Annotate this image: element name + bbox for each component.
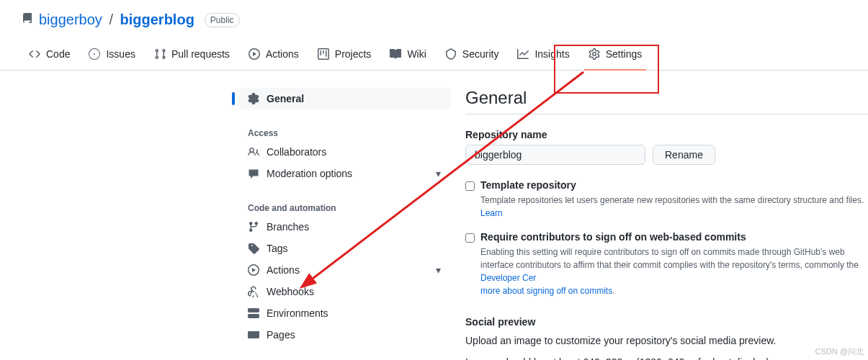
social-desc-2: Images should be at least 640×320px (128… [465, 356, 868, 360]
sidebar-item-label: Tags [267, 243, 288, 254]
social-desc-1: Upload an image to customize your reposi… [465, 335, 868, 346]
sidebar-header-automation: Code and automation [238, 197, 451, 216]
tab-security[interactable]: Security [438, 42, 506, 70]
sidebar-item-label: Webhooks [267, 286, 314, 297]
chevron-down-icon: ▾ [436, 264, 441, 276]
tab-wiki[interactable]: Wiki [382, 42, 433, 70]
sidebar-item-label: Environments [267, 307, 328, 319]
sidebar-header-access: Access [238, 122, 451, 141]
tab-code[interactable]: Code [22, 42, 77, 70]
sidebar-item-general[interactable]: General [238, 88, 451, 109]
signoff-learn-link[interactable]: more about signing off on commits [480, 286, 612, 296]
tab-insights[interactable]: Insights [510, 42, 576, 70]
template-label: Template repository [480, 179, 576, 191]
sidebar-item-webhooks[interactable]: Webhooks [238, 281, 451, 302]
sidebar-item-environments[interactable]: Environments [238, 302, 451, 324]
sidebar-item-pages[interactable]: Pages [238, 324, 451, 346]
repo-name-link[interactable]: biggerblog [120, 12, 194, 27]
repo-nav: Code Issues Pull requests Actions Projec… [0, 28, 868, 71]
developer-cert-link[interactable]: Developer Cer [480, 273, 536, 283]
sidebar-item-tags[interactable]: Tags [238, 238, 451, 259]
tab-settings[interactable]: Settings [581, 42, 650, 70]
sidebar-item-label: Pages [267, 329, 295, 341]
repo-name-input[interactable] [465, 145, 645, 165]
signoff-checkbox[interactable] [465, 233, 475, 243]
sidebar-item-moderation[interactable]: Moderation options▾ [238, 163, 451, 184]
sidebar-item-label: General [267, 93, 304, 104]
sidebar-item-actions[interactable]: Actions▾ [238, 259, 451, 281]
repo-name-label: Repository name [465, 129, 868, 140]
watermark: CSDN @问北 [815, 346, 864, 357]
social-preview-header: Social preview [465, 316, 868, 328]
sidebar-item-branches[interactable]: Branches [238, 216, 451, 238]
template-desc: Template repositories let users generate… [480, 194, 868, 220]
page-title: General [465, 88, 868, 114]
sidebar-item-collaborators[interactable]: Collaborators [238, 141, 451, 163]
template-checkbox[interactable] [465, 181, 475, 191]
tab-actions[interactable]: Actions [241, 42, 306, 70]
learn-more-link[interactable]: Learn [480, 208, 503, 218]
signoff-label: Require contributors to sign off on web-… [480, 231, 746, 243]
rename-button[interactable]: Rename [653, 145, 715, 165]
repo-owner-link[interactable]: biggerboy [39, 12, 102, 27]
tab-pulls[interactable]: Pull requests [147, 42, 237, 70]
sidebar-item-label: Moderation options [267, 168, 352, 179]
settings-sidebar: General Access Collaborators Moderation … [238, 88, 451, 360]
visibility-badge: Public [205, 13, 240, 27]
signoff-desc: Enabling this setting will require contr… [480, 246, 868, 297]
chevron-down-icon: ▾ [436, 168, 441, 179]
sidebar-item-label: Actions [267, 264, 300, 276]
repo-icon [22, 13, 33, 27]
sidebar-item-label: Branches [267, 221, 309, 233]
path-separator: / [109, 12, 113, 27]
tab-issues[interactable]: Issues [81, 42, 142, 70]
sidebar-item-label: Collaborators [267, 146, 326, 158]
tab-projects[interactable]: Projects [310, 42, 379, 70]
